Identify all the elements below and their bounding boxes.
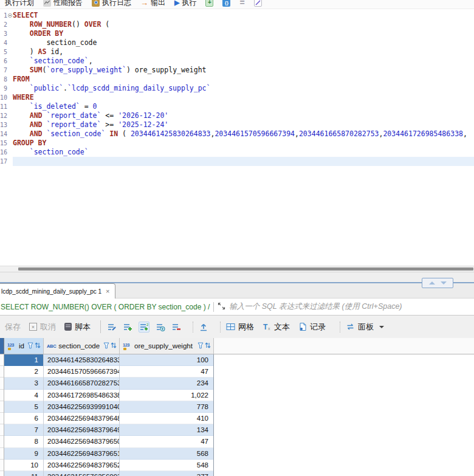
row-marker[interactable] xyxy=(0,424,4,436)
script-button[interactable]: 脚本 xyxy=(64,322,91,333)
delete-row-button[interactable] xyxy=(171,322,181,332)
code-text[interactable]: ROW_NUMBER() OVER ( xyxy=(13,20,474,29)
code-text[interactable]: FROM xyxy=(13,75,474,84)
filter-input-placeholder[interactable]: 输入一个 SQL 表达式来过滤结果 (使用 Ctrl+Space) xyxy=(229,302,402,312)
filter-funnel-icon[interactable] xyxy=(197,342,204,350)
code-line[interactable]: 7 SUM(`ore_supply_weight`) ore_supply_we… xyxy=(0,66,474,75)
code-line[interactable]: 13 AND `report_date` >= '2025-12-24' xyxy=(0,120,474,129)
sql-template-button[interactable]: {} xyxy=(222,0,230,7)
cell-ore-supply-weight[interactable]: 47 xyxy=(120,436,214,447)
new-sql-editor-button[interactable]: + xyxy=(205,0,213,7)
performance-report-button[interactable]: 性能报告 xyxy=(43,0,83,8)
cell-ore-supply-weight[interactable]: 410 xyxy=(120,413,214,424)
chevron-down-icon[interactable] xyxy=(379,326,384,328)
execute-button[interactable]: ▶ 执行 xyxy=(174,0,196,8)
code-text[interactable]: SUM(`ore_supply_weight`) ore_supply_weig… xyxy=(13,66,474,75)
row-marker[interactable] xyxy=(0,460,4,471)
cell-section-code[interactable]: 2034462256948379651 xyxy=(44,448,120,460)
grid-body[interactable]: 1203446142583026483310022034461570596667… xyxy=(0,354,474,476)
row-marker[interactable] xyxy=(0,436,4,447)
splitter-collapse-control[interactable] xyxy=(422,278,453,288)
cell-id[interactable]: 7 xyxy=(4,424,44,436)
cell-id[interactable]: 8 xyxy=(4,436,44,447)
export-resultset-button[interactable] xyxy=(199,322,208,332)
row-marker[interactable] xyxy=(0,471,4,476)
edit-cell-button[interactable] xyxy=(107,322,117,332)
cell-section-code[interactable]: 2034462256948379650 xyxy=(44,436,120,447)
row-marker[interactable] xyxy=(0,448,4,460)
sort-arrows-icon[interactable] xyxy=(35,342,41,350)
cancel-button[interactable]: × 取消 xyxy=(29,322,56,333)
code-line[interactable]: 5 ) AS id, xyxy=(0,47,474,57)
edit-button[interactable] xyxy=(254,0,262,7)
results-tab[interactable]: lcdp_scdd_mining_daily_supply_pc 1 × xyxy=(0,283,115,298)
sort-arrows-icon[interactable] xyxy=(205,342,211,350)
record-view-button[interactable]: 记录 xyxy=(298,322,326,333)
column-header-ore-supply-weight[interactable]: 123 ore_supply_weight xyxy=(120,338,214,354)
cell-id[interactable]: 2 xyxy=(4,366,44,378)
row-marker[interactable] xyxy=(0,366,4,378)
code-line[interactable]: 1SELECT xyxy=(0,11,474,20)
cell-section-code[interactable]: 2034462256948379649 xyxy=(44,424,120,436)
cell-section-code[interactable]: 2034461570596667394 xyxy=(44,366,120,378)
execution-log-button[interactable]: 执行日志 xyxy=(92,0,131,8)
code-line[interactable]: 2 ROW_NUMBER() OVER ( xyxy=(0,20,474,29)
code-line[interactable]: 4 section_code xyxy=(0,38,474,47)
cell-section-code[interactable]: 2034462256939991040 xyxy=(44,401,120,413)
cell-ore-supply-weight[interactable]: 568 xyxy=(120,448,214,460)
row-marker[interactable] xyxy=(0,413,4,424)
code-text[interactable]: SELECT xyxy=(13,11,474,20)
collapse-icon[interactable] xyxy=(8,13,12,18)
text-view-button[interactable]: Tx 文本 xyxy=(263,322,290,333)
code-line[interactable]: 10WHERE xyxy=(0,93,474,102)
code-line[interactable]: 17 xyxy=(0,157,474,166)
duplicate-row-button[interactable]: 2 xyxy=(139,322,149,333)
row-marker[interactable] xyxy=(0,354,4,366)
code-line[interactable]: 14 AND `section_code` IN ( 2034461425830… xyxy=(0,129,474,139)
cell-id[interactable]: 11 xyxy=(4,471,44,476)
cell-ore-supply-weight[interactable]: 47 xyxy=(120,366,214,378)
cell-id[interactable]: 1 xyxy=(4,354,44,366)
code-line[interactable]: 3 ORDER BY xyxy=(0,29,474,38)
compare-button[interactable]: = xyxy=(239,0,244,7)
code-text[interactable]: AND `report_date` <= '2026-12-20' xyxy=(13,111,474,120)
panels-button[interactable]: 面板 xyxy=(346,322,384,333)
cell-ore-supply-weight[interactable]: 548 xyxy=(120,460,214,471)
grid-view-button[interactable]: 网格 xyxy=(226,322,254,333)
code-text[interactable] xyxy=(13,157,474,166)
column-header-id[interactable]: 123 id xyxy=(4,338,44,354)
code-line[interactable]: 6 `section_code`, xyxy=(0,57,474,66)
code-line[interactable]: 9 `public`.`lcdp_scdd_mining_daily_suppl… xyxy=(0,84,474,93)
save-button[interactable]: 保存 xyxy=(5,322,21,333)
cell-section-code[interactable]: 2034462256948379652 xyxy=(44,460,120,471)
cell-ore-supply-weight[interactable]: 134 xyxy=(120,424,214,436)
code-text[interactable]: section_code xyxy=(13,38,474,47)
expand-filter-icon[interactable] xyxy=(218,302,225,312)
code-text[interactable]: AND `report_date` >= '2025-12-24' xyxy=(13,120,474,129)
editor-horizontal-scrollbar[interactable] xyxy=(0,266,474,272)
execution-plan-button[interactable]: 执行计划 xyxy=(5,0,34,8)
cell-id[interactable]: 10 xyxy=(4,460,44,471)
output-button[interactable]: → 输出 xyxy=(140,0,165,8)
cell-section-code[interactable]: 2034462156576256093 xyxy=(44,471,120,476)
code-line[interactable]: 16 `section_code` xyxy=(0,148,474,157)
cell-ore-supply-weight[interactable]: 778 xyxy=(120,401,214,413)
row-marker[interactable] xyxy=(0,378,4,389)
row-marker[interactable] xyxy=(0,390,4,401)
filter-funnel-icon[interactable] xyxy=(103,342,109,350)
code-text[interactable]: `is_deleted` = 0 xyxy=(13,102,474,111)
minimize-down-icon[interactable] xyxy=(441,281,447,285)
code-text[interactable]: WHERE xyxy=(13,93,474,102)
sql-editor[interactable]: 1SELECT2 ROW_NUMBER() OVER (3 ORDER BY4 … xyxy=(0,9,474,266)
code-text[interactable]: GROUP BY xyxy=(13,139,474,148)
row-marker[interactable] xyxy=(0,401,4,413)
column-header-section-code[interactable]: ABC section_code xyxy=(44,338,120,354)
maximize-up-icon[interactable] xyxy=(429,281,435,285)
code-text[interactable]: ) AS id, xyxy=(13,47,474,57)
generate-row-button[interactable] xyxy=(156,322,165,332)
cell-section-code[interactable]: 2034461425830264833 xyxy=(44,354,120,366)
cell-id[interactable]: 5 xyxy=(4,401,44,413)
code-text[interactable]: AND `section_code` IN ( 2034461425830264… xyxy=(13,129,474,139)
cell-ore-supply-weight[interactable]: 100 xyxy=(120,354,214,366)
code-text[interactable]: `public`.`lcdp_scdd_mining_daily_supply_… xyxy=(13,84,474,93)
